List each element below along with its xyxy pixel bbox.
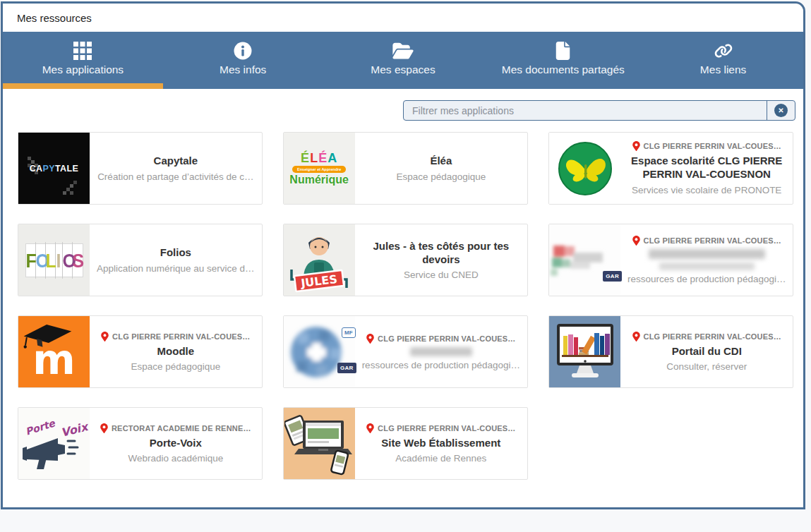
moodle-logo: m bbox=[18, 316, 90, 387]
app-card-porte-voix[interactable]: Porte Voix RECTORAT ACADEMIE DE R bbox=[18, 407, 263, 480]
elea-logo-badge: Enseigner et Apprendre bbox=[292, 166, 346, 173]
location-row: CLG PIERRE PERRIN VAL-COUES… bbox=[366, 334, 515, 344]
location-label: CLG PIERRE PERRIN VAL-COUES… bbox=[378, 334, 515, 343]
tab-label: Mes espaces bbox=[371, 64, 435, 76]
app-title: Éléa bbox=[430, 155, 452, 168]
filter-input-group: ✕ bbox=[403, 100, 795, 121]
app-card-portail-cdi[interactable]: CLG PIERRE PERRIN VAL-COUES… Portail du … bbox=[548, 315, 793, 388]
jules-logo: JULES bbox=[284, 224, 355, 296]
gar-badge: GAR bbox=[337, 363, 356, 373]
location-label: RECTORAT ACADEMIE DE RENNE… bbox=[112, 424, 251, 433]
app-title: Folios bbox=[160, 246, 191, 260]
app-subtitle: Création et partage d’activités de c… bbox=[97, 171, 253, 182]
app-subtitle: Service du CNED bbox=[404, 270, 479, 280]
filter-input[interactable] bbox=[404, 101, 767, 120]
porte-voix-logo: Porte Voix bbox=[18, 408, 90, 479]
folios-logo-text: F O L I O S bbox=[25, 243, 83, 277]
location-row: CLG PIERRE PERRIN VAL-COUES… bbox=[101, 332, 250, 341]
tab-bar: Mes applications Mes infos Mes espaces M… bbox=[3, 32, 803, 89]
capytale-logo-text: CAPYTALE bbox=[30, 164, 79, 174]
location-row: CLG PIERRE PERRIN VAL-COUES… bbox=[366, 423, 515, 433]
app-card-elea[interactable]: ÉLÉA Enseigner et Apprendre Numérique Él… bbox=[283, 132, 528, 205]
tab-mes-liens[interactable]: Mes liens bbox=[643, 32, 803, 89]
app-card-capytale[interactable]: CAPYTALE Capytale Création et partage d’… bbox=[18, 132, 263, 205]
document-icon bbox=[555, 41, 570, 61]
mf-badge: MF bbox=[342, 327, 356, 338]
elea-logo-text: ÉLÉA bbox=[301, 152, 337, 164]
resources-window: Mes ressources Mes applications M bbox=[1, 1, 805, 509]
tab-label: Mes infos bbox=[220, 64, 266, 76]
grid-icon bbox=[73, 41, 92, 61]
app-title: Porte-Voix bbox=[150, 437, 202, 450]
blurred-logo: GAR bbox=[549, 224, 620, 296]
app-subtitle: Espace pédagogique bbox=[396, 171, 486, 182]
info-icon bbox=[234, 41, 252, 61]
location-label: CLG PIERRE PERRIN VAL-COUES… bbox=[378, 424, 515, 433]
tab-mes-documents-partages[interactable]: Mes documents partagés bbox=[483, 32, 643, 89]
app-subtitle: Application numérique au service d… bbox=[97, 263, 255, 274]
app-subtitle: ressources de production pédagogi… bbox=[362, 360, 520, 370]
capytale-logo: CAPYTALE bbox=[18, 133, 90, 204]
app-subtitle: Espace pédagogique bbox=[131, 361, 220, 372]
app-subtitle: ressources de production pédagogi… bbox=[627, 274, 786, 284]
app-card-jules[interactable]: JULES Jules - à tes côtés pour tes devoi… bbox=[283, 224, 528, 296]
tab-mes-infos[interactable]: Mes infos bbox=[163, 32, 323, 89]
content-area: ✕ CAPYTALE Capytale Création et partage … bbox=[3, 89, 803, 509]
pronote-butterfly-logo bbox=[549, 133, 620, 204]
screen: Mes ressources Mes applications M bbox=[0, 0, 811, 532]
app-subtitle: Services vie scolaire de PRONOTE bbox=[632, 185, 781, 195]
location-pin-icon bbox=[632, 236, 640, 246]
app-subtitle: Académie de Rennes bbox=[395, 453, 486, 464]
app-card-moodle[interactable]: m CLG PIERR bbox=[18, 315, 263, 388]
app-subtitle: Consulter, réserver bbox=[666, 361, 747, 372]
elea-logo: ÉLÉA Enseigner et Apprendre Numérique bbox=[284, 133, 355, 204]
titlebar: Mes ressources bbox=[3, 4, 803, 32]
blurred-title bbox=[410, 347, 472, 356]
app-title: Moodle bbox=[157, 345, 195, 358]
app-card-site-web[interactable]: CLG PIERRE PERRIN VAL-COUES… Site Web Ét… bbox=[283, 407, 528, 480]
location-pin-icon bbox=[100, 423, 108, 433]
location-row: CLG PIERRE PERRIN VAL-COUES… bbox=[632, 141, 781, 151]
tab-label: Mes liens bbox=[700, 64, 746, 76]
location-pin-icon bbox=[366, 334, 374, 344]
app-title: Site Web Établissement bbox=[381, 437, 500, 450]
app-title: Portail du CDI bbox=[672, 345, 742, 358]
clear-filter-button[interactable]: ✕ bbox=[767, 101, 795, 120]
location-label: CLG PIERRE PERRIN VAL-COUES… bbox=[112, 332, 250, 341]
location-label: CLG PIERRE PERRIN VAL-COUES… bbox=[644, 236, 781, 245]
blurred-title-line2 bbox=[659, 262, 755, 270]
page-title: Mes ressources bbox=[17, 12, 92, 24]
location-row: RECTORAT ACADEMIE DE RENNE… bbox=[100, 423, 251, 433]
app-title: Capytale bbox=[154, 155, 198, 168]
tab-label: Mes applications bbox=[42, 64, 124, 76]
app-card-blurred-1[interactable]: GAR CLG PIERRE PERRIN VAL-COUES… ressour… bbox=[548, 224, 793, 296]
cdi-logo bbox=[549, 316, 620, 387]
blurred-logo: MF GAR bbox=[284, 316, 355, 387]
location-pin-icon bbox=[632, 141, 640, 151]
voix-text: Voix bbox=[59, 419, 89, 439]
app-card-folios[interactable]: F O L I O S Folios Application numérique… bbox=[18, 224, 263, 296]
location-pin-icon bbox=[101, 332, 109, 341]
location-label: CLG PIERRE PERRIN VAL-COUES… bbox=[644, 142, 781, 150]
tab-label: Mes documents partagés bbox=[502, 64, 625, 76]
applications-grid: CAPYTALE Capytale Création et partage d’… bbox=[18, 132, 788, 480]
location-label: CLG PIERRE PERRIN VAL-COUES… bbox=[644, 332, 781, 341]
location-row: CLG PIERRE PERRIN VAL-COUES… bbox=[632, 236, 781, 246]
blurred-title bbox=[649, 249, 765, 259]
tab-mes-espaces[interactable]: Mes espaces bbox=[323, 32, 483, 89]
location-row: CLG PIERRE PERRIN VAL-COUES… bbox=[632, 332, 781, 341]
app-title: Espace scolarité CLG PIERRE PERRIN VAL-C… bbox=[627, 155, 786, 181]
filter-row: ✕ bbox=[3, 89, 803, 132]
graduation-cap-icon bbox=[20, 320, 76, 354]
app-card-espace-scolarite[interactable]: CLG PIERRE PERRIN VAL-COUES… Espace scol… bbox=[548, 132, 793, 205]
app-title: Jules - à tes côtés pour tes devoirs bbox=[364, 240, 519, 267]
link-icon bbox=[714, 41, 733, 61]
app-subtitle: Webradio académique bbox=[128, 453, 223, 464]
folios-logo: F O L I O S bbox=[18, 224, 90, 296]
location-pin-icon bbox=[632, 332, 640, 341]
porte-text: Porte bbox=[23, 416, 56, 437]
site-web-logo bbox=[284, 408, 355, 479]
tab-mes-applications[interactable]: Mes applications bbox=[3, 32, 163, 89]
location-pin-icon bbox=[366, 423, 374, 433]
app-card-blurred-2[interactable]: MF GAR CLG PIERRE PERRIN VAL-COUES… ress… bbox=[283, 315, 528, 388]
